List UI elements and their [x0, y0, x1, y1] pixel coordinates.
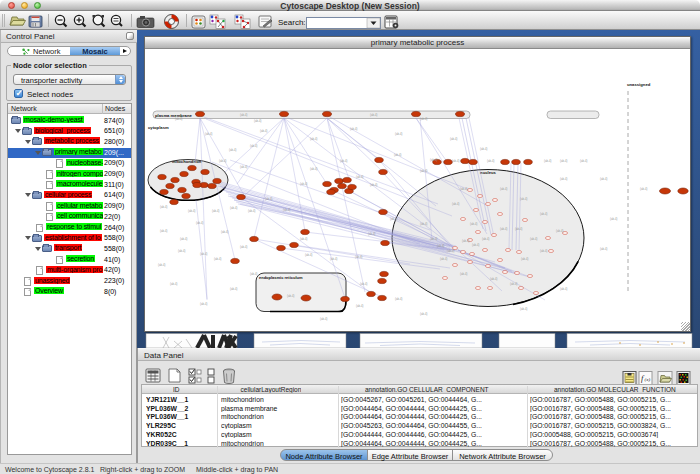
svg-text:(ab-4): (ab-4) [437, 244, 445, 248]
svg-text:(ab-4): (ab-4) [395, 297, 403, 301]
svg-text:(ab-4): (ab-4) [160, 205, 168, 209]
svg-text:(ab-4): (ab-4) [370, 183, 378, 187]
svg-text:(ab-4): (ab-4) [510, 282, 518, 286]
svg-text:cytoplasm: cytoplasm [148, 125, 169, 130]
svg-text:(ab-4): (ab-4) [370, 113, 378, 117]
svg-text:(ab-4): (ab-4) [320, 317, 328, 321]
svg-text:(ab-4): (ab-4) [219, 159, 227, 163]
svg-text:(ab-4): (ab-4) [482, 237, 490, 241]
svg-text:(ab-4): (ab-4) [521, 257, 529, 261]
svg-text:mitochondrion: mitochondrion [172, 159, 202, 164]
svg-text:(ab-4): (ab-4) [310, 137, 318, 141]
svg-text:(ab-4): (ab-4) [420, 169, 428, 173]
svg-text:(ab-4): (ab-4) [580, 159, 588, 163]
svg-text:(ab-4): (ab-4) [229, 148, 237, 152]
svg-text:(ab-4): (ab-4) [212, 209, 220, 213]
svg-text:(ab-4): (ab-4) [240, 165, 248, 169]
svg-text:(ab-4): (ab-4) [530, 237, 538, 241]
svg-text:(ab-4): (ab-4) [515, 227, 523, 231]
svg-text:(ab-4): (ab-4) [214, 257, 222, 261]
svg-text:(ab-4): (ab-4) [420, 312, 428, 316]
svg-text:(ab-4): (ab-4) [368, 232, 376, 236]
svg-text:endoplasmic reticulum: endoplasmic reticulum [259, 275, 303, 280]
svg-text:(ab-4): (ab-4) [395, 132, 403, 136]
svg-text:(ab-4): (ab-4) [610, 217, 618, 221]
svg-text:(ab-4): (ab-4) [300, 182, 308, 186]
svg-text:(ab-4): (ab-4) [560, 159, 568, 163]
svg-text:(ab-4): (ab-4) [180, 237, 188, 241]
svg-text:(ab-4): (ab-4) [158, 263, 166, 267]
svg-text:(ab-4): (ab-4) [420, 222, 428, 226]
svg-text:(ab-4): (ab-4) [460, 272, 468, 276]
svg-text:(ab-4): (ab-4) [260, 129, 268, 133]
svg-text:(ab-4): (ab-4) [394, 153, 402, 157]
svg-text:(ab-4): (ab-4) [254, 119, 262, 123]
svg-text:(ab-4): (ab-4) [160, 229, 168, 233]
svg-text:(ab-4): (ab-4) [490, 277, 498, 281]
svg-text:(ab-4): (ab-4) [330, 257, 338, 261]
svg-text:Search:: Search: [278, 18, 306, 27]
svg-text:(ab-4): (ab-4) [305, 253, 313, 257]
svg-text:(ab-4): (ab-4) [250, 272, 258, 276]
svg-text:(x): (x) [645, 377, 651, 382]
svg-text:(ab-4): (ab-4) [500, 187, 508, 191]
svg-text:(ab-4): (ab-4) [487, 159, 495, 163]
svg-text:(ab-4): (ab-4) [230, 206, 238, 210]
svg-text:(ab-4): (ab-4) [460, 187, 468, 191]
svg-text:plasma membrane: plasma membrane [155, 113, 192, 118]
svg-text:(ab-4): (ab-4) [640, 187, 648, 191]
svg-text:(ab-4): (ab-4) [283, 208, 291, 212]
svg-text:(ab-4): (ab-4) [500, 227, 508, 231]
svg-text:(ab-4): (ab-4) [447, 249, 455, 253]
svg-text:(ab-4): (ab-4) [430, 237, 438, 241]
svg-text:(ab-4): (ab-4) [340, 159, 348, 163]
svg-text:(ab-4): (ab-4) [600, 247, 608, 251]
svg-text:(ab-4): (ab-4) [420, 117, 428, 121]
svg-text:(ab-4): (ab-4) [205, 132, 213, 136]
svg-text:(ab-4): (ab-4) [310, 167, 318, 171]
svg-text:(ab-4): (ab-4) [540, 212, 548, 216]
svg-text:nucleus: nucleus [480, 170, 496, 175]
svg-text:(ab-4): (ab-4) [520, 307, 528, 311]
svg-text:(ab-4): (ab-4) [178, 249, 186, 253]
svg-text:(ab-4): (ab-4) [560, 177, 568, 181]
svg-text:(ab-4): (ab-4) [480, 147, 488, 151]
svg-text:(ab-4): (ab-4) [230, 287, 238, 291]
svg-text:(ab-4): (ab-4) [430, 158, 438, 162]
svg-text:(ab-4): (ab-4) [356, 175, 364, 179]
svg-text:(ab-4): (ab-4) [300, 237, 308, 241]
svg-text:(ab-4): (ab-4) [175, 117, 183, 121]
svg-text:(ab-4): (ab-4) [170, 282, 178, 286]
svg-text:(ab-4): (ab-4) [556, 229, 564, 233]
svg-text:(ab-4): (ab-4) [462, 239, 470, 243]
svg-text:(ab-4): (ab-4) [287, 294, 295, 298]
svg-text:(ab-4): (ab-4) [520, 197, 528, 201]
svg-text:(ab-4): (ab-4) [248, 209, 256, 213]
svg-text:(ab-4): (ab-4) [470, 222, 478, 226]
svg-text:(ab-4): (ab-4) [200, 302, 208, 306]
svg-text:unassigned: unassigned [627, 82, 651, 87]
svg-text:(ab-4): (ab-4) [350, 127, 358, 131]
svg-text:(ab-4): (ab-4) [196, 221, 204, 225]
svg-text:(ab-4): (ab-4) [200, 252, 208, 256]
svg-text:(ab-4): (ab-4) [544, 159, 552, 163]
svg-text:(ab-4): (ab-4) [452, 159, 460, 163]
svg-text:(ab-4): (ab-4) [540, 249, 548, 253]
svg-text:(ab-4): (ab-4) [356, 304, 364, 308]
svg-text:(ab-4): (ab-4) [221, 230, 229, 234]
svg-text:(ab-4): (ab-4) [355, 255, 363, 259]
svg-text:(ab-4): (ab-4) [250, 144, 258, 148]
svg-text:(ab-4): (ab-4) [360, 282, 368, 286]
svg-text:(ab-4): (ab-4) [560, 287, 568, 291]
svg-text:(ab-4): (ab-4) [390, 217, 398, 221]
svg-text:(ab-4): (ab-4) [440, 257, 448, 261]
svg-text:(ab-4): (ab-4) [600, 177, 608, 181]
svg-text:(ab-4): (ab-4) [240, 113, 248, 117]
svg-text:(ab-4): (ab-4) [188, 209, 196, 213]
svg-text:(ab-4): (ab-4) [450, 137, 458, 141]
svg-text:(ab-4): (ab-4) [472, 243, 480, 247]
svg-text:(ab-4): (ab-4) [265, 197, 273, 201]
svg-text:(ab-4): (ab-4) [240, 245, 248, 249]
svg-text:(ab-4): (ab-4) [452, 202, 460, 206]
